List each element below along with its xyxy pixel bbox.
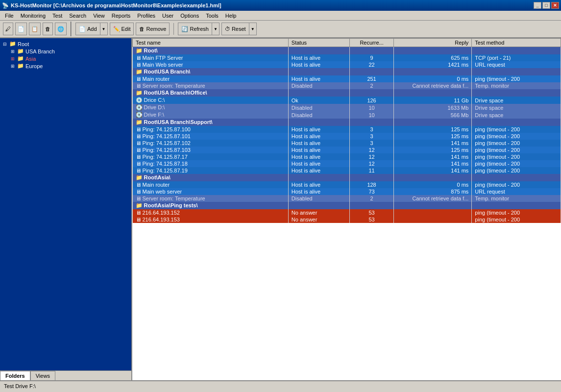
edit-icon: ✏️ <box>113 26 120 32</box>
table-row[interactable]: 🖥Ping: 74.125.87.19Host is alive11141 ms… <box>133 167 561 174</box>
cell-testname: 🖥Ping: 74.125.87.103 <box>133 147 289 153</box>
table-row[interactable]: 📁Root\ <box>133 47 561 55</box>
menu-bar: File Monitoring Test Search View Reports… <box>0 11 561 21</box>
main-container: ⊟ 📁 Root ⊞ 📁 USA Branch ⊞ 📁 Asia ⊞ 📁 Eur… <box>0 38 561 380</box>
cell-recur: 73 <box>349 188 394 195</box>
cell-status <box>288 68 349 75</box>
window-controls[interactable]: _ □ ✕ <box>534 2 559 9</box>
table-row[interactable]: 🖥Server room: TemperatureDisabled2Cannot… <box>133 82 561 89</box>
menu-test[interactable]: Test <box>49 12 65 19</box>
table-row[interactable]: 🖥Server room: TemperatureDisabled2Cannot… <box>133 195 561 202</box>
reset-dropdown-arrow[interactable]: ▼ <box>249 23 257 35</box>
table-row[interactable]: 💽Drive D:\Disabled101633 MbDrive space <box>133 104 561 111</box>
toolbar-globe[interactable]: 🌐 <box>55 23 67 35</box>
table-row[interactable]: 🖥Main web serverHost is alive73875 msURL… <box>133 188 561 195</box>
table-row[interactable]: 🖥216.64.193.152No answer53ping (timeout … <box>133 209 561 216</box>
remove-button[interactable]: 🗑 Remove <box>136 23 170 35</box>
col-header-status[interactable]: Status <box>288 39 349 47</box>
refresh-dropdown-arrow[interactable]: ▼ <box>212 23 220 35</box>
cell-recur <box>349 68 394 75</box>
menu-file[interactable]: File <box>2 12 17 19</box>
menu-profiles[interactable]: Profiles <box>134 12 158 19</box>
cell-reply: 125 ms <box>394 133 472 140</box>
edit-button[interactable]: ✏️ Edit <box>110 23 134 35</box>
table-row[interactable]: 🖥Main routerHost is alive2510 msping (ti… <box>133 75 561 82</box>
col-header-recur[interactable]: Recurre... <box>349 39 394 47</box>
col-header-testname[interactable]: Test name <box>133 39 289 47</box>
row-icon: 🖥 <box>136 55 141 61</box>
tree-asia[interactable]: ⊞ 📁 Asia <box>10 55 129 62</box>
table-row[interactable]: 🖥Ping: 74.125.87.17Host is alive12141 ms… <box>133 153 561 160</box>
table-row[interactable]: 💽Drive F:\Disabled10566 MbDrive space <box>133 111 561 119</box>
row-icon: 🖥 <box>136 62 141 68</box>
tab-views[interactable]: Views <box>30 371 55 380</box>
refresh-button[interactable]: 🔄 Refresh <box>178 23 212 35</box>
table-row[interactable]: 🖥Ping: 74.125.87.100Host is alive3125 ms… <box>133 126 561 133</box>
cell-method: ping (timeout - 200 <box>472 167 561 174</box>
add-dropdown-arrow[interactable]: ▼ <box>100 23 108 35</box>
col-header-reply[interactable]: Reply <box>394 39 472 47</box>
cell-recur: 10 <box>349 104 394 111</box>
cell-testname: 🖥Server room: Temperature <box>133 195 289 202</box>
table-row[interactable]: 📁Root\Asia\Ping tests\ <box>133 202 561 209</box>
menu-monitoring[interactable]: Monitoring <box>18 12 49 19</box>
menu-search[interactable]: Search <box>66 12 89 19</box>
col-header-method[interactable]: Test method <box>472 39 561 47</box>
cell-testname: 📁Root\USA Branch\Support\ <box>133 119 289 126</box>
tab-folders[interactable]: Folders <box>0 371 30 380</box>
cell-testname: 💿Drice C:\ <box>133 97 289 104</box>
menu-help[interactable]: Help <box>222 12 240 19</box>
close-button[interactable]: ✕ <box>551 2 559 9</box>
expand-icon: ⊞ <box>11 49 16 54</box>
minimize-button[interactable]: _ <box>534 2 541 9</box>
doc-icon: 📄 <box>18 26 24 32</box>
cell-recur <box>349 89 394 97</box>
cell-reply: Cannot retrieve data f... <box>394 82 472 89</box>
cell-recur <box>349 119 394 126</box>
table-row[interactable]: 📁Root\Asia\ <box>133 174 561 181</box>
tree-usa-branch[interactable]: ⊞ 📁 USA Branch <box>10 48 129 55</box>
cell-method: ping (timeout - 200 <box>472 133 561 140</box>
menu-tools[interactable]: Tools <box>203 12 221 19</box>
menu-user[interactable]: User <box>159 12 176 19</box>
cell-testname: 📁Root\Asia\ <box>133 174 289 181</box>
folder-red-icon: 📁 <box>17 55 24 62</box>
tree-root[interactable]: ⊟ 📁 Root <box>2 40 129 48</box>
menu-view[interactable]: View <box>90 12 108 19</box>
toolbar-delete[interactable]: 🗑 <box>43 23 53 35</box>
cell-testname: 📁Root\ <box>133 47 289 55</box>
table-row[interactable]: 💿Drice C:\Ok12611 GbDrive space <box>133 97 561 104</box>
cell-method <box>472 47 561 55</box>
table-row[interactable]: 🖥Ping: 74.125.87.18Host is alive12141 ms… <box>133 160 561 167</box>
table-row[interactable]: 📁Root\USA Branch\ <box>133 68 561 75</box>
table-row[interactable]: 📁Root\USA Branch\Support\ <box>133 119 561 126</box>
row-icon: 🖥 <box>136 161 141 167</box>
table-row[interactable]: 🖥Main FTP ServerHost is alive9625 msTCP … <box>133 54 561 61</box>
reset-button[interactable]: ⏱ Reset <box>221 23 249 35</box>
table-row[interactable]: 📁Root\USA Branch\Office\ <box>133 89 561 97</box>
menu-reports[interactable]: Reports <box>109 12 134 19</box>
cell-reply: 11 Gb <box>394 97 472 104</box>
table-row[interactable]: 🖥Main routerHost is alive1280 msping (ti… <box>133 181 561 188</box>
cell-method: Temp. monitor <box>472 195 561 202</box>
toolbar-clipboard[interactable]: 📋 <box>29 23 41 35</box>
cell-recur: 12 <box>349 147 394 153</box>
table-row[interactable]: 🖥216.64.193.153No answer53ping (timeout … <box>133 216 561 223</box>
table-container[interactable]: Test name Status Recurre... Reply Test m… <box>132 38 561 380</box>
cell-method: TCP (port - 21) <box>472 54 561 61</box>
toolbar-doc[interactable]: 📄 <box>15 23 27 35</box>
toolbar-new[interactable]: 🖊 <box>3 23 13 35</box>
table-row[interactable]: 🖥Ping: 74.125.87.103Host is alive12125 m… <box>133 147 561 153</box>
cell-testname: 🖥Ping: 74.125.87.101 <box>133 133 289 140</box>
table-row[interactable]: 🖥Ping: 74.125.87.102Host is alive3141 ms… <box>133 140 561 147</box>
cell-method: ping (timeout - 200 <box>472 181 561 188</box>
expand-icon: ⊟ <box>3 42 8 47</box>
add-button[interactable]: 📄 Add <box>75 23 100 35</box>
tree-europe[interactable]: ⊞ 📁 Europe <box>10 62 129 70</box>
maximize-button[interactable]: □ <box>542 2 550 9</box>
cell-status: Host is alive <box>288 188 349 195</box>
table-row[interactable]: 🖥Ping: 74.125.87.101Host is alive3125 ms… <box>133 133 561 140</box>
table-row[interactable]: 🖥Main Web serverHost is alive221421 msUR… <box>133 61 561 68</box>
menu-options[interactable]: Options <box>177 12 202 19</box>
tree-container[interactable]: ⊟ 📁 Root ⊞ 📁 USA Branch ⊞ 📁 Asia ⊞ 📁 Eur… <box>0 38 131 370</box>
